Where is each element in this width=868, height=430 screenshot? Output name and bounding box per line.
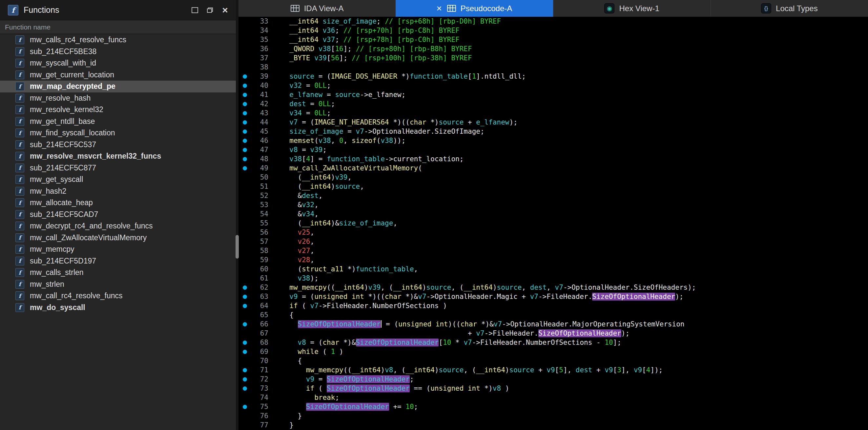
restore-button[interactable] bbox=[190, 5, 200, 15]
code-line[interactable]: 57 v26, bbox=[239, 237, 868, 246]
line-marker-dot[interactable] bbox=[239, 99, 254, 108]
code-line[interactable]: 75 SizeOfOptionalHeader += 10; bbox=[239, 402, 868, 411]
tab-pseudocode-a[interactable]: ×Pseudocode-A bbox=[396, 0, 553, 17]
code-line[interactable]: 45 size_of_image = v7->OptionalHeader.Si… bbox=[239, 127, 868, 136]
code-line[interactable]: 72 v9 = SizeOfOptionalHeader; bbox=[239, 375, 868, 384]
function-list-item[interactable]: fmw_get_ntdll_base bbox=[0, 116, 236, 128]
line-marker-dot[interactable] bbox=[239, 164, 254, 173]
code-line[interactable]: 76 } bbox=[239, 411, 868, 421]
code-line[interactable]: 74 break; bbox=[239, 393, 868, 402]
function-list-item[interactable]: fmw_map_decrypted_pe bbox=[0, 80, 236, 92]
function-list-item[interactable]: fmw_decrypt_rc4_and_resolve_funcs bbox=[0, 220, 236, 232]
line-marker-dot[interactable] bbox=[239, 90, 254, 99]
line-marker-dot[interactable] bbox=[239, 301, 254, 310]
code-line[interactable]: 60 (struct_a11 *)function_table, bbox=[239, 264, 868, 274]
function-list-item[interactable]: fsub_214ECF5D197 bbox=[0, 255, 236, 267]
code-line[interactable]: 54 &v34, bbox=[239, 209, 868, 219]
code-line[interactable]: 53 &v32, bbox=[239, 200, 868, 209]
line-marker-dot[interactable] bbox=[239, 136, 254, 145]
tab-hex-view-1[interactable]: ◉Hex View-1 bbox=[553, 0, 711, 17]
function-list-item[interactable]: fmw_get_current_location bbox=[0, 69, 236, 81]
function-list-item[interactable]: fmw_allocate_heap bbox=[0, 197, 236, 209]
code-line[interactable]: 71 mw_memcpy((__int64)v8, (__int64)sourc… bbox=[239, 365, 868, 375]
code-line[interactable]: 77 } bbox=[239, 421, 868, 430]
code-line[interactable]: 55 (__int64)&size_of_image, bbox=[239, 219, 868, 228]
code-line[interactable]: 73 if ( SizeOfOptionalHeader == (unsigne… bbox=[239, 384, 868, 393]
code-line[interactable]: 39 source = (IMAGE_DOS_HEADER *)function… bbox=[239, 72, 868, 81]
code-line[interactable]: 66 SizeOfOptionalHeader = (unsigned int)… bbox=[239, 320, 868, 329]
function-list-item[interactable]: fsub_214ECF5BE38 bbox=[0, 46, 236, 58]
function-list-item[interactable]: fmw_get_syscall bbox=[0, 174, 236, 186]
function-list-item[interactable]: fmw_calls_rc4_resolve_funcs bbox=[0, 34, 236, 46]
line-marker-dot[interactable] bbox=[239, 81, 254, 90]
function-list-item[interactable]: fmw_resolve_msvcrt_kernel32_funcs bbox=[0, 151, 236, 162]
line-marker-dot[interactable] bbox=[239, 384, 254, 393]
code-line[interactable]: 64 if ( v7->FileHeader.NumberOfSections … bbox=[239, 301, 868, 310]
code-line[interactable]: 63 v9 = (unsigned int *)((char *)&v7->Op… bbox=[239, 292, 868, 301]
function-list-item[interactable]: fsub_214ECF5CAD7 bbox=[0, 209, 236, 221]
code-line[interactable]: 70 { bbox=[239, 356, 868, 365]
close-button[interactable]: × bbox=[220, 5, 230, 15]
scrollbar-thumb[interactable] bbox=[236, 235, 239, 259]
code-line[interactable]: 65 { bbox=[239, 310, 868, 320]
code-line[interactable]: 52 &dest, bbox=[239, 191, 868, 200]
code-line[interactable]: 49 mw_call_ZwAllocateVirtualMemory( bbox=[239, 164, 868, 173]
function-list-item[interactable]: fmw_syscall_with_id bbox=[0, 57, 236, 69]
float-button[interactable] bbox=[205, 5, 215, 15]
tab-close-icon[interactable]: × bbox=[436, 4, 441, 13]
code-line[interactable]: 51 (__int64)source, bbox=[239, 182, 868, 191]
line-marker-dot[interactable] bbox=[239, 338, 254, 347]
code-line[interactable]: 46 memset(v38, 0, sizeof(v38)); bbox=[239, 136, 868, 145]
code-line[interactable]: 61 v38); bbox=[239, 274, 868, 283]
function-list-item[interactable]: fmw_resolve_kernel32 bbox=[0, 104, 236, 116]
code-line[interactable]: 37 _BYTE v39[56]; // [rsp+100h] [rbp-38h… bbox=[239, 54, 868, 63]
code-line[interactable]: 36 _QWORD v38[16]; // [rsp+80h] [rbp-B8h… bbox=[239, 44, 868, 54]
code-line[interactable]: 68 v8 = (char *)&SizeOfOptionalHeader[10… bbox=[239, 338, 868, 347]
function-list-item[interactable]: fmw_hash2 bbox=[0, 186, 236, 197]
line-marker-dot[interactable] bbox=[239, 402, 254, 411]
code-line[interactable]: 69 while ( 1 ) bbox=[239, 347, 868, 356]
code-line[interactable]: 41 e_lfanew = source->e_lfanew; bbox=[239, 90, 868, 99]
function-list-item[interactable]: fmw_memcpy bbox=[0, 243, 236, 255]
code-line[interactable]: 42 dest = 0LL; bbox=[239, 99, 868, 108]
panel-splitter[interactable] bbox=[236, 0, 239, 430]
line-marker-dot[interactable] bbox=[239, 72, 254, 81]
line-marker-dot[interactable] bbox=[239, 118, 254, 127]
function-list-item[interactable]: fmw_call_rc4_resolve_funcs bbox=[0, 290, 236, 302]
code-line[interactable]: 62 mw_memcpy((__int64)v39, (__int64)sour… bbox=[239, 283, 868, 292]
function-list-item[interactable]: fsub_214ECF5C877 bbox=[0, 162, 236, 174]
code-line[interactable]: 38 bbox=[239, 63, 868, 72]
tab-ida-view-a[interactable]: IDA View-A bbox=[239, 0, 396, 17]
code-line[interactable]: 34 __int64 v36; // [rsp+70h] [rbp-C8h] B… bbox=[239, 26, 868, 35]
line-marker-dot[interactable] bbox=[239, 375, 254, 384]
code-line[interactable]: 44 v7 = (IMAGE_NT_HEADERS64 *)((char *)s… bbox=[239, 118, 868, 127]
code-line[interactable]: 59 v28, bbox=[239, 255, 868, 264]
line-marker-dot[interactable] bbox=[239, 283, 254, 292]
tab-local-types[interactable]: {}Local Types bbox=[711, 0, 868, 17]
line-marker-dot[interactable] bbox=[239, 127, 254, 136]
function-list-item[interactable]: fmw_calls_strlen bbox=[0, 267, 236, 278]
code-line[interactable]: 47 v8 = v39; bbox=[239, 145, 868, 154]
functions-window-titlebar[interactable]: f Functions × bbox=[0, 0, 236, 20]
function-list-item[interactable]: fmw_do_syscall bbox=[0, 302, 236, 313]
function-list-item[interactable]: fmw_find_syscall_location bbox=[0, 127, 236, 139]
line-marker-dot[interactable] bbox=[239, 108, 254, 118]
code-line[interactable]: 40 v32 = 0LL; bbox=[239, 81, 868, 90]
function-list-item[interactable]: fmw_strlen bbox=[0, 278, 236, 290]
code-line[interactable]: 43 v34 = 0LL; bbox=[239, 108, 868, 118]
line-marker-dot[interactable] bbox=[239, 154, 254, 164]
function-list-item[interactable]: fmw_call_ZwAllocateVirtualMemory bbox=[0, 232, 236, 244]
code-line[interactable]: 56 v25, bbox=[239, 228, 868, 237]
code-line[interactable]: 33 __int64 size_of_image; // [rsp+68h] [… bbox=[239, 17, 868, 26]
code-line[interactable]: 35 __int64 v37; // [rsp+78h] [rbp-C0h] B… bbox=[239, 35, 868, 44]
function-list-item[interactable]: fsub_214ECF5C537 bbox=[0, 139, 236, 151]
line-marker-dot[interactable] bbox=[239, 320, 254, 329]
function-name-column-header[interactable]: Function name bbox=[0, 20, 236, 34]
code-line[interactable]: 48 v38[4] = function_table->current_loca… bbox=[239, 154, 868, 164]
line-marker-dot[interactable] bbox=[239, 292, 254, 301]
code-line[interactable]: 50 (__int64)v39, bbox=[239, 173, 868, 182]
line-marker-dot[interactable] bbox=[239, 145, 254, 154]
function-list-item[interactable]: fmw_resolve_hash bbox=[0, 92, 236, 104]
code-line[interactable]: 67 + v7->FileHeader.SizeOfOptionalHeader… bbox=[239, 329, 868, 338]
line-marker-dot[interactable] bbox=[239, 347, 254, 356]
